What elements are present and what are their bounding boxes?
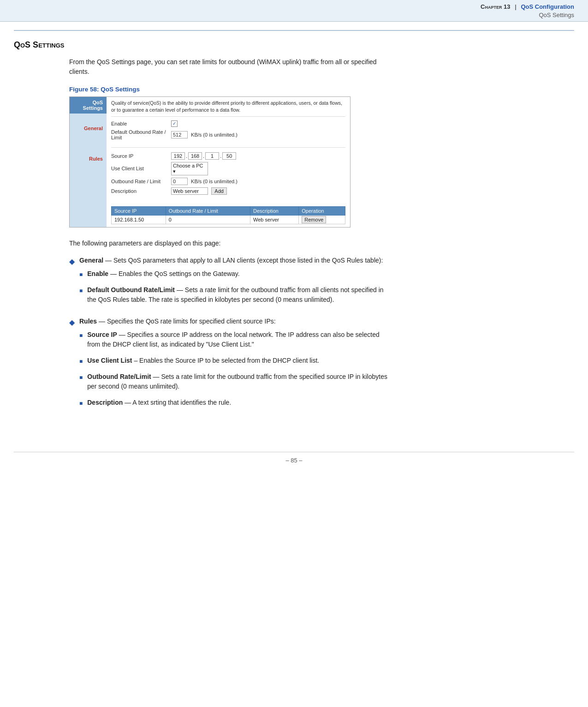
- outbound-rate-input[interactable]: 0: [171, 178, 188, 185]
- qos-main: Quality of service(QoS) is the ability t…: [107, 97, 350, 227]
- bullet-text-rules: Rules — Specifies the QoS rate limits fo…: [79, 317, 392, 414]
- rate-label: Default Outbound Rate / Limit: [111, 129, 171, 140]
- cell-description: Web server: [250, 215, 298, 224]
- ip-part-3[interactable]: 1: [205, 152, 219, 160]
- sub-desc-source-ip: — Specifies a source IP address on the l…: [87, 331, 379, 348]
- enable-label: Enable: [111, 121, 171, 126]
- dash-general: — Sets QoS parameters that apply to all …: [105, 257, 383, 264]
- diamond-bullet-rules: ◆: [69, 317, 75, 328]
- description-input[interactable]: Web server: [171, 187, 208, 195]
- client-list-row: Use Client List Choose a PC ▾: [111, 162, 345, 175]
- description-label: Description: [111, 188, 171, 194]
- rules-section: Source IP 192 . 168 . 1 . 50 Use Client …: [111, 152, 345, 202]
- bullet-list: ◆ General — Sets QoS parameters that app…: [69, 256, 392, 414]
- source-ip-label: Source IP: [111, 153, 171, 159]
- cell-source-ip: 192.168.1.50: [112, 215, 166, 224]
- sub-desc-description: — A text srting that identifies the rule…: [125, 399, 231, 406]
- table-header-row: Source IP Outbound Rate / Limit Descript…: [112, 206, 345, 215]
- square-bullet-enable: ■: [79, 270, 83, 279]
- col-description: Description: [250, 206, 298, 215]
- desc-section: The following parameters are displayed o…: [69, 239, 392, 414]
- square-bullet-source-ip: ■: [79, 331, 83, 340]
- main-content: QoS Settings From the QoS Settings page,…: [0, 31, 588, 437]
- remove-button[interactable]: Remove: [302, 216, 326, 223]
- bullet-rules: ◆ Rules — Specifies the QoS rate limits …: [69, 317, 392, 414]
- outbound-rate-unit: KB/s (0 is unlimited.): [191, 179, 238, 184]
- dash-rules: — Specifies the QoS rate limits for spec…: [99, 318, 276, 325]
- col-source-ip: Source IP: [112, 206, 166, 215]
- sub-term-outbound-rate: Outbound Rate/Limit: [87, 373, 151, 380]
- sub-term-description: Description: [87, 399, 123, 406]
- footer-text: – 85 –: [285, 457, 302, 464]
- sub-item-source-ip: ■ Source IP — Specifies a source IP addr…: [79, 330, 392, 349]
- source-ip-row: Source IP 192 . 168 . 1 . 50: [111, 152, 345, 160]
- chapter-num: 13: [504, 3, 510, 10]
- sub-term-source-ip: Source IP: [87, 331, 117, 338]
- table-row: 192.168.1.50 0 Web server Remove: [112, 215, 345, 224]
- sub-text-description: Description — A text srting that identif…: [87, 398, 231, 407]
- outbound-rate-label: Outbound Rate / Limit: [111, 179, 171, 184]
- qos-desc-text: Quality of service(QoS) is the ability t…: [111, 100, 345, 116]
- rate-row: Default Outbound Rate / Limit 512 KB/s (…: [111, 129, 345, 140]
- ip-fields: 192 . 168 . 1 . 50: [171, 152, 236, 160]
- enable-checkbox[interactable]: ✓: [171, 120, 178, 127]
- desc-intro: The following parameters are displayed o…: [69, 239, 392, 248]
- sidebar-item-general: General: [70, 120, 107, 137]
- client-list-select[interactable]: Choose a PC ▾: [171, 162, 208, 175]
- header-subsection: QoS Settings: [481, 11, 574, 19]
- description-value: Web server Add: [171, 187, 227, 195]
- header-section: QoS Configuration: [521, 3, 574, 10]
- ip-part-1[interactable]: 192: [171, 152, 185, 160]
- sub-text-source-ip: Source IP — Specifies a source IP addres…: [87, 330, 392, 349]
- sub-item-default-rate: ■ Default Outbound Rate/Limit — Sets a r…: [79, 285, 392, 305]
- sub-term-client-list: Use Client List: [87, 357, 132, 364]
- header-right: Chapter 13 | QoS Configuration QoS Setti…: [481, 3, 574, 19]
- client-list-label: Use Client List: [111, 166, 171, 171]
- outbound-rate-row: Outbound Rate / Limit 0 KB/s (0 is unlim…: [111, 178, 345, 185]
- qos-sidebar: QoS Settings General Rules: [70, 97, 107, 227]
- sub-text-outbound-rate: Outbound Rate/Limit — Sets a rate limit …: [87, 372, 392, 391]
- ip-part-4[interactable]: 50: [222, 152, 236, 160]
- enable-row: Enable ✓: [111, 120, 345, 127]
- square-bullet-description: ■: [79, 399, 83, 407]
- figure-box: QoS Settings General Rules Quality of se…: [69, 96, 350, 227]
- cell-operation: Remove: [299, 215, 345, 224]
- sub-list-general: ■ Enable — Enables the QoS settings on t…: [79, 269, 392, 305]
- sub-text-client-list: Use Client List – Enables the Source IP …: [87, 356, 319, 365]
- sub-desc-client-list: – Enables the Source IP to be selected f…: [134, 357, 319, 364]
- sub-list-rules: ■ Source IP — Specifies a source IP addr…: [79, 330, 392, 407]
- square-bullet-client-list: ■: [79, 357, 83, 365]
- header-pipe: |: [515, 3, 517, 10]
- qos-sidebar-tab: QoS Settings: [70, 97, 107, 114]
- sub-item-enable: ■ Enable — Enables the QoS settings on t…: [79, 269, 392, 279]
- term-general: General: [79, 257, 103, 264]
- add-button[interactable]: Add: [211, 187, 227, 195]
- rate-input[interactable]: 512: [171, 131, 188, 138]
- col-rate: Outbound Rate / Limit: [166, 206, 250, 215]
- sub-term-enable: Enable: [87, 270, 108, 277]
- chapter-label: Chapter: [481, 3, 502, 10]
- col-operation: Operation: [299, 206, 345, 215]
- sidebar-item-rules: Rules: [70, 150, 107, 167]
- page-title: QoS Settings: [14, 40, 574, 50]
- sub-text-default-rate: Default Outbound Rate/Limit — Sets a rat…: [87, 285, 392, 305]
- general-section: Enable ✓ Default Outbound Rate / Limit 5…: [111, 120, 345, 148]
- square-bullet-default-rate: ■: [79, 287, 83, 295]
- outbound-rate-value: 0 KB/s (0 is unlimited.): [171, 178, 238, 185]
- bullet-text-general: General — Sets QoS parameters that apply…: [79, 256, 392, 311]
- sub-item-client-list: ■ Use Client List – Enables the Source I…: [79, 356, 392, 365]
- term-rules: Rules: [79, 318, 97, 325]
- page-footer: – 85 –: [14, 452, 574, 471]
- intro-text: From the QoS Settings page, you can set …: [69, 57, 392, 77]
- rate-unit: KB/s (0 is unlimited.): [191, 132, 238, 138]
- square-bullet-outbound-rate: ■: [79, 373, 83, 382]
- rules-table: Source IP Outbound Rate / Limit Descript…: [111, 206, 345, 224]
- bullet-general: ◆ General — Sets QoS parameters that app…: [69, 256, 392, 311]
- cell-rate: 0: [166, 215, 250, 224]
- page-header: Chapter 13 | QoS Configuration QoS Setti…: [0, 0, 588, 22]
- sub-item-outbound-rate: ■ Outbound Rate/Limit — Sets a rate limi…: [79, 372, 392, 391]
- diamond-bullet-general: ◆: [69, 256, 75, 267]
- sub-text-enable: Enable — Enables the QoS settings on the…: [87, 269, 239, 279]
- qos-panel: QoS Settings General Rules Quality of se…: [70, 97, 350, 227]
- ip-part-2[interactable]: 168: [188, 152, 202, 160]
